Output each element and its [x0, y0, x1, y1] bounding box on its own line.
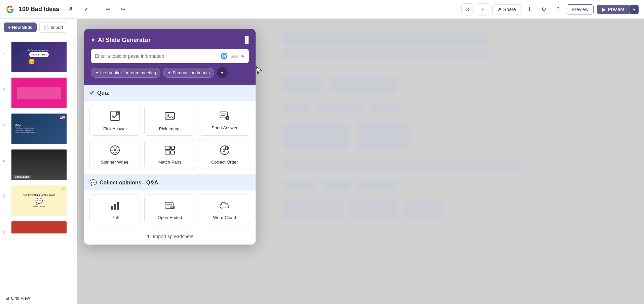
sparkle-icon: ✦ — [95, 70, 99, 75]
import-label: Import — [51, 25, 63, 30]
blurred-background — [262, 19, 644, 304]
short-answer-label: Short Answer — [212, 125, 237, 130]
present-dropdown-button[interactable]: ▾ — [630, 5, 639, 14]
mouse-cursor — [256, 66, 262, 75]
quiz-pick-answer[interactable]: Pick Answer — [89, 105, 141, 136]
slide-thumbnail: Let's come up with... 100 Bad Ideas 😊 — [11, 41, 67, 73]
import-button[interactable]: 📄 Import — [39, 22, 68, 33]
main-area: ✦ AI Slide Generator ▾ 🌀 500 ✦ ✦ Ice bre… — [77, 19, 644, 304]
slide-item[interactable]: ⋮ 5 ⭐ New inventions for the beach 💬 Ope… — [0, 183, 77, 219]
opinions-grid: Poll Open Ended — [89, 194, 250, 224]
slides-list: ⋮ 1 Let's come up with... 100 Bad Ideas … — [0, 36, 77, 292]
quiz-category-header: ✔ Quiz — [84, 85, 256, 101]
match-pairs-icon — [164, 145, 175, 157]
svg-line-15 — [113, 151, 114, 154]
ai-title: ✦ AI Slide Generator — [91, 37, 151, 44]
slide-thumbnail: Open Ended — [11, 149, 67, 181]
opinions-poll[interactable]: Poll — [89, 194, 141, 224]
new-slide-button[interactable]: + New Slide — [4, 23, 37, 32]
slide-item[interactable]: ⋮ 1 Let's come up with... 100 Bad Ideas … — [0, 39, 77, 75]
check-button[interactable]: ✔ — [81, 4, 91, 15]
suggestion-ice-breaker[interactable]: ✦ Ice breaker for team meeting — [91, 68, 160, 78]
grid-view-button[interactable]: ⊞ Grid View — [0, 292, 77, 304]
divider-1 — [97, 5, 97, 13]
quiz-pick-image[interactable]: Pick Image — [144, 105, 196, 136]
char-count: 500 — [230, 54, 238, 59]
present-button[interactable]: ▶ Present — [597, 5, 630, 14]
quiz-check-icon: ✔ — [89, 89, 94, 97]
quiz-correct-order[interactable]: 2 1 Correct Order — [199, 139, 250, 169]
undo-button[interactable]: ↩ — [103, 4, 113, 15]
svg-rect-25 — [111, 206, 113, 210]
ai-magic-button[interactable]: ✦ — [240, 53, 245, 59]
opinions-section: 💬 Collect opinions - Q&A — [84, 174, 256, 230]
slide-item[interactable]: ⋮ 4 Open Ended — [0, 147, 77, 183]
suggestion-label: Ice breaker for team meeting — [100, 70, 156, 75]
slide-item[interactable]: ⋮ 6 — [0, 219, 77, 237]
help-button[interactable]: ? — [553, 4, 563, 15]
slide-options-button[interactable]: ⋮ — [0, 232, 5, 238]
opinions-chat-icon: 💬 — [89, 179, 97, 186]
ai-topic-input[interactable] — [95, 53, 218, 59]
eye-button[interactable]: 👁 — [66, 4, 77, 15]
quiz-match-pairs[interactable]: Match Pairs — [144, 139, 196, 169]
slide-item[interactable]: ⋮ 2 — [0, 75, 77, 111]
pick-answer-icon — [110, 111, 120, 124]
pick-image-label: Pick Image — [159, 126, 181, 131]
import-spreadsheet-row[interactable]: ⬆ Import spreadsheet — [84, 230, 256, 245]
ai-header: ✦ AI Slide Generator ▾ — [91, 36, 249, 44]
sparkle-icon: ✦ — [167, 70, 171, 75]
slide-thumbnail — [11, 77, 67, 109]
import-spreadsheet-icon: ⬆ — [146, 234, 150, 239]
sidebar: + New Slide 📄 Import ⋮ 1 Let's come up w… — [0, 19, 77, 304]
download-button[interactable]: ⬇ — [524, 4, 535, 15]
svg-rect-27 — [117, 202, 119, 210]
poll-icon — [110, 200, 120, 212]
slide-options-button[interactable]: ⋮ — [0, 88, 5, 95]
share-icon: ↗ — [497, 7, 501, 12]
svg-line-13 — [116, 151, 117, 154]
modal-body[interactable]: ✔ Quiz — [84, 85, 256, 245]
slide-item[interactable]: ⋮ 3 Rules You'll see 5 scenarios... you … — [0, 111, 77, 147]
quiz-short-answer[interactable]: Short Answer — [199, 105, 250, 136]
ai-input-row: 🌀 500 ✦ — [91, 49, 249, 63]
slide-options-button[interactable]: ⋮ — [0, 196, 5, 203]
correct-order-icon: 2 1 — [219, 145, 230, 157]
sparkle-icon: ✦ — [91, 37, 95, 43]
slide-options-button[interactable]: ⋮ — [0, 124, 5, 131]
share-label: Share — [503, 7, 516, 12]
opinions-category-header: 💬 Collect opinions - Q&A — [84, 174, 256, 190]
suggestion-landmarks[interactable]: ✦ Famous landmarks — [163, 68, 214, 78]
opinions-word-cloud[interactable]: Word Cloud — [199, 194, 250, 224]
block-icon-button[interactable]: ⊘ — [461, 3, 473, 15]
ai-collapse-button[interactable]: ▾ — [244, 36, 249, 44]
slide-options-button[interactable]: ⋮ — [0, 160, 5, 167]
match-pairs-label: Match Pairs — [158, 160, 182, 165]
ai-section: ✦ AI Slide Generator ▾ 🌀 500 ✦ ✦ Ice bre… — [84, 29, 256, 85]
redo-button[interactable]: ↪ — [117, 4, 128, 15]
slide-thumbnail: ⭐ New inventions for the beach 💬 Open En… — [11, 185, 67, 217]
google-logo-icon — [5, 5, 15, 14]
correct-order-label: Correct Order — [211, 160, 238, 165]
slide-options-button[interactable]: ⋮ — [0, 52, 5, 59]
settings-button[interactable]: ⚙ — [538, 4, 549, 15]
quiz-spinner-wheel[interactable]: Spinner Wheel — [89, 139, 141, 169]
suggestions-more-button[interactable]: ▾ — [217, 67, 228, 78]
grid-view-icon: ⊞ — [5, 296, 9, 301]
svg-point-3 — [167, 114, 169, 116]
spinner-wheel-label: Spinner Wheel — [101, 160, 129, 165]
add-button[interactable]: + — [477, 3, 489, 15]
quiz-section: ✔ Quiz — [84, 85, 256, 174]
quiz-label: Quiz — [97, 90, 109, 96]
share-button[interactable]: ↗ Share — [492, 4, 521, 14]
open-ended-label: Open Ended — [157, 215, 182, 220]
ai-modal: ✦ AI Slide Generator ▾ 🌀 500 ✦ ✦ Ice bre… — [84, 29, 256, 245]
present-group: ▶ Present ▾ — [597, 5, 639, 14]
word-cloud-icon — [219, 200, 230, 212]
svg-rect-17 — [165, 151, 170, 154]
topbar: 100 Bad Ideas 👁 ✔ ↩ ↪ ⊘ + ↗ Share ⬇ ⚙ ? … — [0, 0, 644, 19]
pick-image-icon — [164, 111, 175, 124]
opinions-open-ended[interactable]: Open Ended — [144, 194, 196, 224]
preview-button[interactable]: Preview — [567, 4, 594, 14]
quiz-grid: Pick Answer Pick Image — [89, 105, 250, 169]
